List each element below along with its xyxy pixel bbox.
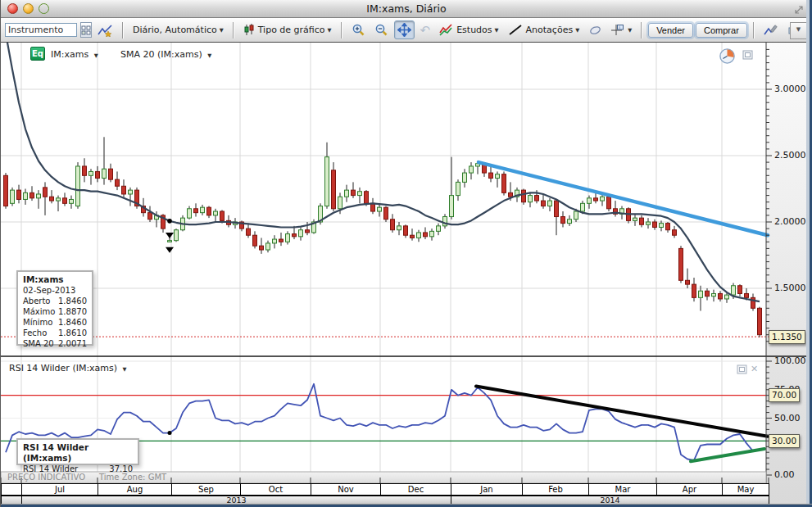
chevron-down-icon: ▼ — [220, 27, 224, 34]
toolbar-separator — [753, 22, 755, 38]
month-cell: Apr — [656, 483, 723, 496]
month-cell: Mar — [588, 483, 657, 496]
resize-icon — [794, 2, 804, 18]
toolbar-overflow-button[interactable]: ▼ — [790, 22, 807, 39]
price-axis-label: 2.0000 — [774, 216, 806, 227]
trendline-icon — [508, 24, 523, 36]
price-axis-label: 2.5000 — [774, 150, 806, 161]
eraser-icon — [588, 25, 602, 36]
month-cell: Dec — [380, 483, 451, 496]
chevron-down-icon: ▼ — [495, 27, 499, 34]
indicative-price-notice: PREÇO INDICATIVO — [7, 473, 85, 482]
svg-text:i: i — [619, 25, 620, 29]
period-dropdown[interactable]: Diário, Automático ▼ — [129, 22, 227, 38]
restore-icon — [742, 50, 753, 60]
chart-settings-button[interactable] — [760, 21, 783, 39]
zoom-out-icon — [374, 23, 388, 37]
zoom-out-button[interactable] — [371, 20, 392, 39]
chevron-down-icon: ▼ — [628, 27, 632, 34]
zoom-in-button[interactable] — [348, 20, 369, 39]
toolbar-separator — [641, 22, 642, 38]
crosshair-info-dropdown[interactable]: i ▼ — [608, 21, 635, 38]
sell-button[interactable]: Vender — [648, 23, 693, 38]
month-cell — [1, 483, 22, 496]
rsi-axis-label: 0.00 — [774, 469, 795, 480]
studies-dropdown[interactable]: Estudos ▼ — [436, 21, 501, 38]
toolbar-separator — [122, 22, 124, 38]
chart-star-icon — [98, 24, 113, 37]
price-tooltip-row: Fecho1.8610 — [23, 328, 87, 338]
rsi-axis-label: 50.00 — [774, 413, 801, 423]
studies-label: Estudos — [456, 25, 492, 35]
window-title: IM:xams, Diário — [1, 0, 812, 18]
close-icon: ✕ — [751, 364, 758, 374]
zoom-in-icon — [352, 23, 365, 37]
month-cell: Jul — [21, 483, 98, 496]
period-dropdown-label: Diário, Automático — [133, 25, 217, 35]
undo-button[interactable]: ↶ — [417, 20, 434, 40]
new-chart-button[interactable] — [94, 21, 116, 39]
trading-app-window: IM:xams, Diário Diário, Automático ▼ — [0, 0, 812, 507]
clock-pie-icon — [719, 48, 736, 65]
month-cell: Jan — [451, 483, 523, 496]
candlestick-icon — [243, 24, 255, 36]
rsi-level-tag: 30.00 — [769, 434, 800, 448]
price-tooltip: IM:xams 02-Sep-2013 Aberto1.8460 Máximo1… — [16, 270, 93, 346]
month-cell: Oct — [240, 483, 311, 496]
undo-icon: ↶ — [420, 23, 431, 38]
toolbar-separator — [233, 22, 234, 38]
month-cell: Nov — [311, 483, 381, 496]
price-tooltip-row: Mínimo1.8460 — [23, 317, 87, 328]
price-tooltip-row: SMA 202.0071 — [23, 338, 87, 349]
eraser-button[interactable] — [585, 22, 606, 38]
price-tooltip-date: 02-Sep-2013 — [23, 285, 75, 296]
month-cell: Feb — [522, 483, 589, 496]
rsi-tooltip: RSI 14 Wilder (IM:xams) RSI 14 Wilder37.… — [16, 438, 139, 465]
month-cell: Sep — [171, 483, 241, 496]
chevron-down-icon: ▼ — [328, 27, 332, 34]
rsi-header-label: RSI 14 Wilder (IM:xams) — [9, 363, 117, 373]
month-cell: May — [722, 483, 769, 496]
chevron-down-icon: ▼ — [94, 52, 98, 59]
last-price-tag: 1.1350 — [769, 330, 805, 344]
crosshair-info-icon: i — [611, 24, 625, 36]
rsi-level-tag: 70.00 — [769, 388, 800, 402]
instrument-input[interactable] — [5, 23, 77, 37]
legend-instrument-label: IM:xams — [51, 49, 88, 60]
month-cell: Aug — [98, 483, 172, 496]
price-tooltip-row: Aberto1.8460 — [23, 296, 87, 306]
restore-icon — [737, 364, 747, 374]
titlebar[interactable]: IM:xams, Diário — [1, 0, 812, 18]
chart-type-dropdown[interactable]: Tipo de gráfico ▼ — [240, 21, 335, 38]
price-axis-label: 3.0000 — [774, 84, 806, 94]
chart-canvas[interactable] — [1, 43, 812, 507]
pan-tool-button[interactable] — [394, 20, 415, 39]
legend-sma-label: SMA 20 (IM:xams) — [120, 49, 202, 60]
grid-icon — [81, 25, 91, 35]
toolbar-separator — [341, 22, 342, 38]
rsi-header-dropdown[interactable]: RSI 14 Wilder (IM:xams) ▼ — [9, 363, 127, 373]
legend-instrument-dropdown[interactable]: IM:xams ▼ — [51, 49, 98, 60]
price-tooltip-title: IM:xams — [23, 274, 87, 285]
chart-settings-icon — [764, 24, 779, 37]
chart-type-label: Tipo de gráfico — [258, 25, 325, 35]
buy-button[interactable]: Comprar — [696, 23, 747, 38]
rsi-close-button[interactable]: ✕ — [751, 364, 758, 374]
price-tooltip-row: Máximo1.8870 — [23, 306, 87, 317]
instrument-selector-button[interactable] — [80, 22, 92, 38]
timezone-label: Time Zone: GMT — [99, 473, 166, 482]
chevron-down-icon: ▼ — [123, 366, 127, 373]
chart-area: Eq IM:xams ▼ SMA 20 (IM:xams) ▼ RSI 14 W — [1, 43, 812, 507]
studies-icon — [439, 24, 453, 36]
annotations-dropdown[interactable]: Anotações ▼ — [505, 21, 583, 38]
equity-badge: Eq — [30, 47, 45, 61]
legend-sma-dropdown[interactable]: SMA 20 (IM:xams) ▼ — [120, 49, 211, 60]
chevron-down-icon: ▼ — [207, 52, 211, 59]
toolbar: Diário, Automático ▼ Tipo de gráfico ▼ — [1, 18, 812, 43]
chevron-down-icon: ▼ — [575, 27, 579, 34]
price-axis-label: 1.5000 — [774, 283, 806, 293]
pan-arrows-icon — [397, 23, 411, 37]
rsi-axis-label: 100.00 — [774, 355, 806, 366]
annotations-label: Anotações — [526, 25, 574, 35]
rsi-tooltip-title: RSI 14 Wilder (IM:xams) — [23, 442, 133, 464]
